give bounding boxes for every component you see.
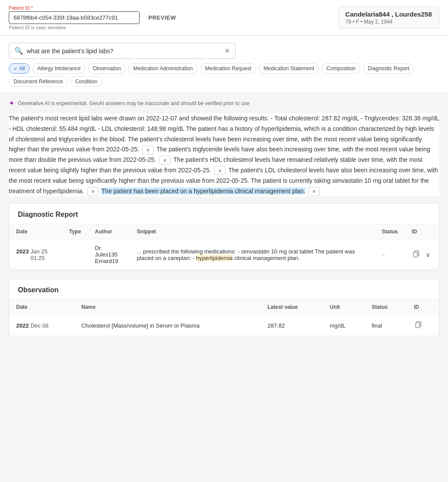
row-actions: ∨ (405, 239, 439, 270)
author-line2: Ernard19 (95, 258, 123, 264)
patient-id-label: Patient ID * (9, 5, 140, 10)
svg-rect-3 (416, 323, 420, 328)
table-row: 2022 Dec 08 Cholesterol [Mass/volume] in… (9, 315, 439, 336)
author-line1: Dr. Jules135 (95, 245, 123, 258)
filter-chip-med-statement[interactable]: Medication Statement (259, 63, 319, 74)
date-year: 2023 (16, 248, 29, 255)
col-type: Type (62, 224, 88, 239)
filter-chip-condition[interactable]: Condition (70, 76, 102, 87)
diagnostic-report-title: Diagnostic Report (9, 204, 439, 224)
obs-row-value: 287.82 (260, 315, 323, 336)
obs-row-name: Cholesterol [Mass/volume] in Serum or Pl… (74, 315, 260, 336)
search-area: 🔍 ✕ ✓ All Allergy Intolerance Observatio… (0, 36, 448, 92)
obs-copy-icon-button[interactable] (414, 320, 423, 331)
filter-chip-allergy[interactable]: Allergy Intolerance (32, 63, 85, 74)
observation-title: Observation (9, 279, 439, 300)
table-row: 2023 Jan 25 01:25 Dr. Jules135 Ernard19 … (9, 239, 439, 270)
filter-chip-composition[interactable]: Composition (321, 63, 360, 74)
expand-row-button[interactable]: ∨ (424, 250, 432, 259)
obs-row-actions (407, 315, 439, 336)
action-icons: ∨ (412, 250, 432, 260)
snippet-post: clinical management plan. (233, 255, 300, 261)
patient-info-card: Candelaria844 , Lourdes258 79 • F • May … (338, 7, 439, 29)
obs-col-status: Status (365, 300, 407, 315)
ai-text-block: The patient's most recent lipid labs wer… (9, 113, 439, 196)
obs-row-date: 2022 Dec 08 (9, 315, 74, 336)
search-input[interactable] (27, 48, 221, 55)
col-id: ID (405, 224, 439, 239)
search-icon: 🔍 (14, 47, 23, 55)
obs-row-unit: mg/dL (323, 315, 365, 336)
obs-col-unit: Unit (323, 300, 365, 315)
row-snippet: ... prescribed the following medications… (130, 239, 375, 270)
search-clear-button[interactable]: ✕ (224, 48, 230, 55)
search-box: 🔍 ✕ (9, 43, 236, 59)
obs-date-year: 2022 (16, 322, 29, 329)
obs-row-status: final (365, 315, 407, 336)
row-type (62, 239, 88, 270)
collapse-btn-4[interactable]: ∨ (87, 187, 99, 196)
observation-section: Observation Date Name Latest value Unit … (9, 279, 439, 336)
ai-notice: ✦ Generative AI is experimental. GenAI a… (9, 99, 439, 107)
col-date: Date (9, 224, 62, 239)
obs-col-latest: Latest value (260, 300, 323, 315)
filter-chip-diag-report[interactable]: Diagnostic Report (363, 63, 414, 74)
filter-chip-med-admin[interactable]: Medication Administration (128, 63, 198, 74)
collapse-btn-1[interactable]: ∨ (142, 146, 154, 154)
patient-id-input[interactable] (9, 11, 140, 24)
diagnostic-report-table: Date Type Author Snippet Status ID 2023 … (9, 224, 439, 270)
patient-details: 79 • F • May 2, 1944 (345, 19, 432, 25)
row-author: Dr. Jules135 Ernard19 (88, 239, 130, 270)
collapse-btn-5[interactable]: ∧ (308, 187, 320, 196)
status-value: – (382, 251, 385, 258)
row-date: 2023 Jan 25 01:25 (9, 239, 62, 270)
collapse-btn-3[interactable]: ∨ (214, 166, 226, 175)
obs-value-num: 287.82 (267, 322, 285, 329)
col-author: Author (88, 224, 130, 239)
date-rest: Jan 25 01:25 (31, 248, 55, 261)
svg-rect-1 (414, 252, 417, 257)
check-icon: ✓ (14, 66, 17, 72)
copy-icon-button[interactable] (412, 250, 421, 260)
patient-name: Candelaria844 , Lourdes258 (345, 10, 432, 18)
filter-chips: ✓ All Allergy Intolerance Observation Me… (9, 59, 439, 92)
filter-chip-observation[interactable]: Observation (88, 63, 126, 74)
filter-chip-med-request[interactable]: Medication Request (200, 63, 256, 74)
col-status: Status (375, 224, 405, 239)
preview-button[interactable]: PREVIEW (148, 14, 176, 21)
obs-col-date: Date (9, 300, 74, 315)
filter-chip-all[interactable]: ✓ All (9, 63, 30, 74)
snippet-highlight: hyperlipidemia (196, 255, 233, 261)
diagnostic-report-section: Diagnostic Report Date Type Author Snipp… (9, 203, 439, 270)
row-status: – (375, 239, 405, 270)
obs-col-id: ID (407, 300, 439, 315)
top-bar: Patient ID * Patient ID is case sensitiv… (0, 0, 448, 36)
obs-action-icons (414, 320, 432, 331)
patient-id-hint: Patient ID is case sensitive (9, 25, 140, 30)
ai-text-part5-highlighted: The patient has been placed on a hyperli… (101, 188, 305, 195)
observation-table: Date Name Latest value Unit Status ID 20… (9, 300, 439, 336)
obs-col-name: Name (74, 300, 260, 315)
main-content: ✦ Generative AI is experimental. GenAI a… (0, 92, 448, 352)
collapse-btn-2[interactable]: ∨ (159, 156, 171, 164)
obs-date-rest: Dec 08 (31, 322, 48, 329)
ai-sparkle-icon: ✦ (9, 99, 14, 107)
filter-chip-doc-ref[interactable]: Document Reference (9, 76, 68, 87)
col-snippet: Snippet (130, 224, 375, 239)
patient-id-group: Patient ID * Patient ID is case sensitiv… (9, 5, 140, 30)
